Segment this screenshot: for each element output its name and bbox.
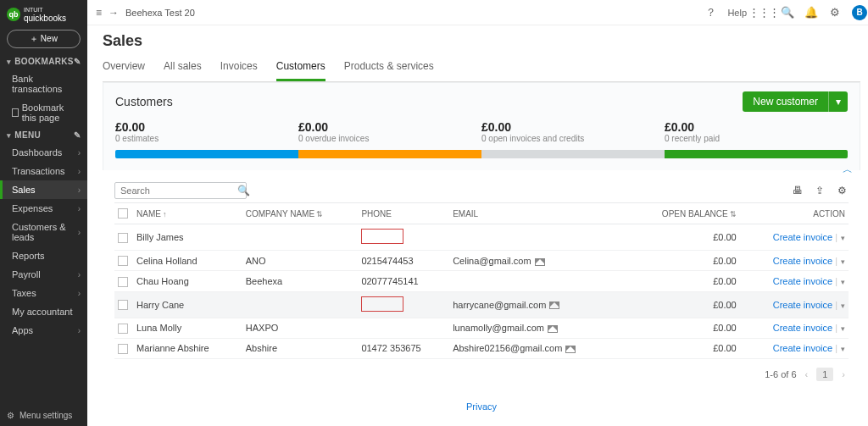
col-email[interactable]: EMAIL: [449, 203, 628, 224]
collapse-panel-icon[interactable]: ︿: [843, 163, 853, 177]
row-checkbox[interactable]: [118, 233, 128, 243]
table-row[interactable]: Marianne AbshireAbshire01472 353675Abshi…: [114, 338, 849, 358]
select-all-checkbox[interactable]: [118, 208, 128, 219]
bookmark-label: Bookmark this page: [22, 102, 81, 123]
phone-empty-highlight: [361, 229, 403, 244]
bell-icon[interactable]: 🔔: [804, 6, 818, 19]
sidebar-item-reports[interactable]: Reports: [0, 246, 87, 265]
create-invoice-link[interactable]: Create invoice: [773, 323, 832, 333]
table-toolbar: 🔍 🖶 ⇪ ⚙: [114, 182, 849, 199]
cell-balance: £0.00: [628, 338, 740, 358]
brand: qb INTUIT quickbooks: [0, 0, 87, 25]
sidebar-item-payroll[interactable]: Payroll›: [0, 265, 87, 284]
tab-all-sales[interactable]: All sales: [164, 57, 202, 81]
tab-customers[interactable]: Customers: [276, 57, 326, 81]
bar-overdue[interactable]: [298, 150, 481, 158]
row-action-dropdown[interactable]: ▾: [841, 324, 845, 333]
row-checkbox[interactable]: [118, 277, 128, 287]
cell-email: [449, 224, 628, 251]
table-settings-icon[interactable]: ⚙: [835, 184, 849, 197]
new-customer-button[interactable]: New customer: [743, 91, 828, 112]
tab-overview[interactable]: Overview: [103, 57, 145, 81]
row-checkbox[interactable]: [118, 300, 128, 310]
row-checkbox[interactable]: [118, 344, 128, 354]
sidebar-item-dashboards[interactable]: Dashboards›: [0, 143, 87, 162]
create-invoice-link[interactable]: Create invoice: [773, 276, 832, 286]
pager-prev[interactable]: ‹: [805, 369, 809, 379]
tab-invoices[interactable]: Invoices: [220, 57, 258, 81]
chevron-right-icon: ›: [78, 289, 81, 298]
edit-icon[interactable]: ✎: [74, 57, 81, 66]
sidebar-item-taxes[interactable]: Taxes›: [0, 284, 87, 302]
col-company[interactable]: COMPANY NAME⇅: [242, 203, 359, 224]
stat-label: 0 estimates: [115, 134, 298, 143]
pager-next[interactable]: ›: [842, 369, 845, 379]
row-action-dropdown[interactable]: ▾: [841, 302, 845, 310]
create-invoice-link[interactable]: Create invoice: [773, 256, 832, 266]
sidebar-item-my-accountant[interactable]: My accountant: [0, 302, 87, 321]
create-invoice-link[interactable]: Create invoice: [773, 300, 832, 310]
company-name[interactable]: Beehexa Test 20: [125, 8, 195, 18]
table-row[interactable]: Luna MollyHAXPOlunamolly@gmail.com£0.00C…: [114, 318, 849, 338]
row-checkbox[interactable]: [118, 324, 128, 334]
stat-block: £0.000 recently paid: [665, 120, 848, 143]
sidebar-item-sales[interactable]: Sales›: [0, 180, 87, 199]
print-icon[interactable]: 🖶: [791, 184, 804, 197]
apps-icon[interactable]: ⋮⋮⋮: [757, 6, 771, 19]
sidebar-item-transactions[interactable]: Transactions›: [0, 162, 87, 180]
sidebar-item-customers-leads[interactable]: Customers & leads›: [0, 218, 87, 246]
table-row[interactable]: Celina HollandANO0215474453Celina@gmail.…: [114, 251, 849, 271]
col-phone[interactable]: PHONE: [358, 203, 449, 224]
cell-balance: £0.00: [628, 291, 740, 318]
tabs: OverviewAll salesInvoicesCustomersProduc…: [103, 57, 860, 82]
new-button[interactable]: ＋ New: [7, 30, 81, 48]
menu-toggle-icon[interactable]: ≡: [96, 7, 102, 19]
edit-icon[interactable]: ✎: [74, 130, 81, 140]
cell-email: Abshire02156@gmail.com: [449, 338, 628, 358]
tab-products-services[interactable]: Products & services: [344, 57, 434, 81]
sidebar-item-apps[interactable]: Apps›: [0, 321, 87, 340]
bookmark-item[interactable]: Bank transactions: [0, 69, 87, 98]
table-row[interactable]: Chau HoangBeehexa02077745141£0.00Create …: [114, 271, 849, 291]
cell-phone: 01472 353675: [358, 338, 449, 358]
bar-estimates[interactable]: [115, 150, 298, 158]
pager-page[interactable]: 1: [816, 368, 833, 381]
bookmark-item[interactable]: Bookmark this page: [0, 98, 87, 127]
topbar: ≡ → Beehexa Test 20 ？ Help ⋮⋮⋮ 🔍 🔔 ⚙ B: [87, 0, 868, 25]
search-input[interactable]: [120, 185, 237, 196]
stat-label: 0 open invoices and credits: [481, 134, 665, 143]
export-icon[interactable]: ⇪: [813, 184, 826, 197]
create-invoice-link[interactable]: Create invoice: [773, 343, 832, 353]
divider: |: [835, 343, 837, 353]
pager-range: 1-6 of 6: [765, 369, 796, 379]
col-action: ACTION: [740, 203, 849, 224]
search-icon[interactable]: 🔍: [781, 6, 794, 19]
row-action-dropdown[interactable]: ▾: [841, 234, 845, 242]
row-action-dropdown[interactable]: ▾: [841, 278, 845, 286]
search-icon[interactable]: 🔍: [237, 185, 250, 196]
privacy-link[interactable]: Privacy: [114, 390, 849, 423]
help-label[interactable]: Help: [727, 8, 747, 18]
menu-settings[interactable]: ⚙ Menu settings: [0, 405, 87, 426]
row-checkbox[interactable]: [118, 256, 128, 266]
stat-amount: £0.00: [481, 120, 665, 134]
table-row[interactable]: Billy James£0.00Create invoice |▾: [114, 224, 849, 251]
bar-open[interactable]: [481, 150, 665, 158]
create-invoice-link[interactable]: Create invoice: [773, 232, 832, 242]
avatar[interactable]: B: [852, 5, 867, 20]
sidebar-item-expenses[interactable]: Expenses›: [0, 199, 87, 218]
help-icon[interactable]: ？: [704, 6, 717, 19]
search-field[interactable]: 🔍: [114, 182, 247, 199]
new-customer-dropdown[interactable]: ▾: [828, 91, 848, 112]
summary-panel: Customers New customer ▾ £0.000 estimate…: [103, 82, 860, 170]
cell-company: [242, 291, 359, 318]
row-action-dropdown[interactable]: ▾: [841, 345, 845, 353]
table-row[interactable]: Harry Caneharrycane@gmail.com£0.00Create…: [114, 291, 849, 318]
sidebar-item-label: My accountant: [12, 307, 73, 317]
bar-paid[interactable]: [665, 150, 848, 158]
row-action-dropdown[interactable]: ▾: [841, 257, 845, 266]
col-name[interactable]: NAME↑: [133, 203, 242, 224]
col-balance[interactable]: OPEN BALANCE⇅: [628, 203, 740, 224]
brand-name: quickbooks: [24, 14, 66, 23]
gear-icon[interactable]: ⚙: [828, 6, 842, 19]
